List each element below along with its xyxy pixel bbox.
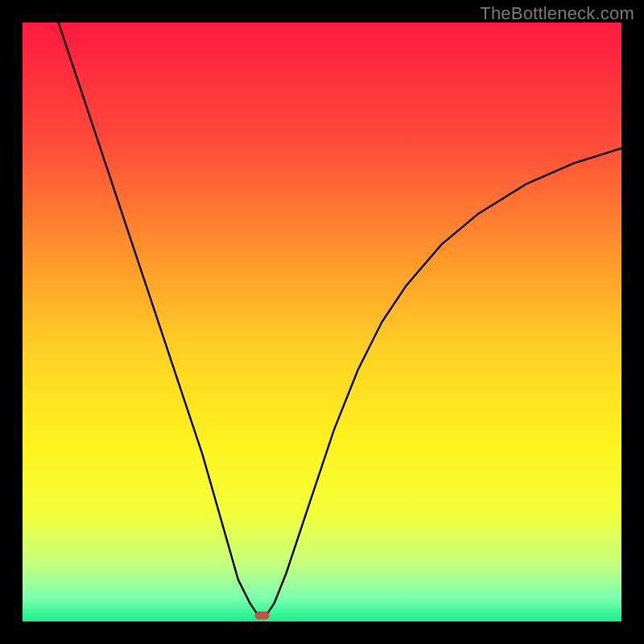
valley-marker	[255, 612, 270, 620]
chart-frame: TheBottleneck.com	[0, 0, 644, 644]
bottleneck-chart	[23, 23, 621, 621]
plot-background	[23, 23, 621, 621]
watermark-text: TheBottleneck.com	[480, 3, 634, 24]
